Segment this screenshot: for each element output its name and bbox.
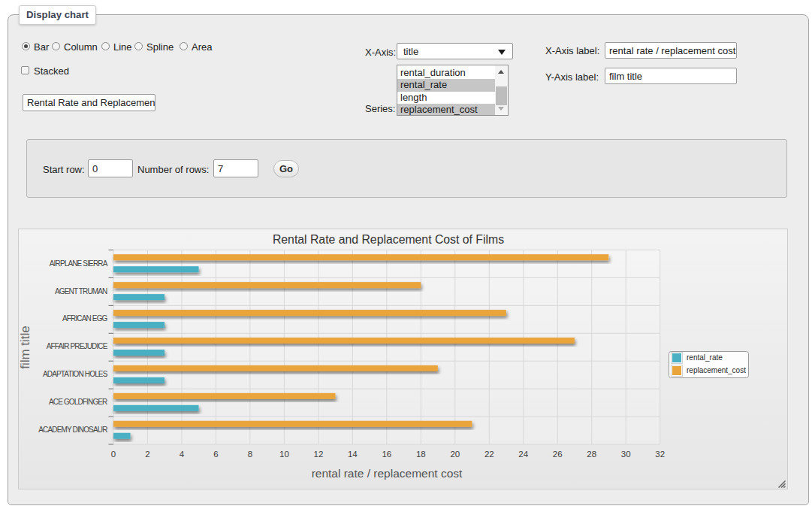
svg-text:10: 10 bbox=[279, 450, 289, 459]
svg-text:22: 22 bbox=[484, 450, 494, 459]
svg-text:16: 16 bbox=[382, 450, 391, 459]
svg-text:28: 28 bbox=[587, 450, 596, 459]
svg-text:4: 4 bbox=[180, 450, 185, 459]
svg-text:film title: film title bbox=[18, 326, 32, 369]
svg-text:rental rate / replacement cost: rental rate / replacement cost bbox=[312, 467, 463, 480]
svg-text:ACE GOLDFINGER: ACE GOLDFINGER bbox=[49, 398, 107, 406]
svg-text:AFRICAN EGG: AFRICAN EGG bbox=[62, 314, 108, 323]
svg-text:26: 26 bbox=[553, 450, 563, 459]
svg-text:30: 30 bbox=[621, 450, 631, 459]
svg-text:20: 20 bbox=[450, 450, 460, 459]
svg-text:AIRPLANE SIERRA: AIRPLANE SIERRA bbox=[50, 259, 108, 268]
svg-text:8: 8 bbox=[248, 450, 252, 459]
svg-text:AFFAIR PREJUDICE: AFFAIR PREJUDICE bbox=[47, 342, 108, 350]
svg-text:2: 2 bbox=[145, 450, 149, 459]
svg-text:replacement_cost: replacement_cost bbox=[687, 366, 746, 374]
svg-text:18: 18 bbox=[416, 450, 426, 459]
svg-text:6: 6 bbox=[213, 450, 218, 459]
svg-text:0: 0 bbox=[111, 450, 116, 459]
svg-text:rental_rate: rental_rate bbox=[687, 353, 723, 362]
svg-text:ADAPTATION HOLES: ADAPTATION HOLES bbox=[43, 370, 108, 378]
svg-text:Rental Rate and Replacement Co: Rental Rate and Replacement Cost of Film… bbox=[273, 233, 504, 246]
svg-text:24: 24 bbox=[518, 450, 528, 459]
svg-text:ACADEMY DINOSAUR: ACADEMY DINOSAUR bbox=[38, 426, 107, 434]
svg-text:AGENT TRUMAN: AGENT TRUMAN bbox=[55, 287, 107, 295]
svg-text:32: 32 bbox=[655, 450, 665, 459]
svg-text:14: 14 bbox=[348, 450, 358, 459]
svg-text:12: 12 bbox=[313, 450, 323, 459]
